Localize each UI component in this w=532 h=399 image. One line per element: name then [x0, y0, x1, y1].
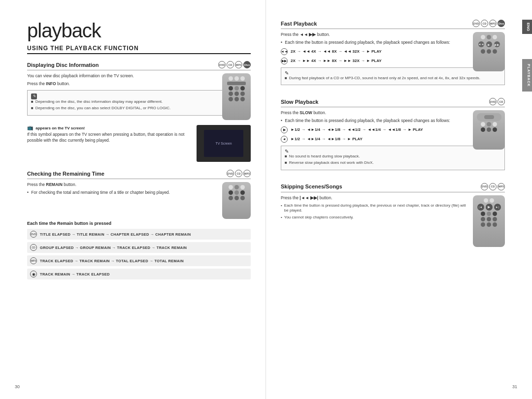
speed-row-1: ◄◄ 2X → ◄◄ 4X → ◄◄ 8X → ◄◄ 32X → ► PLAY — [281, 48, 469, 55]
sk-press-text: Press the |◄◄ ▶▶| button. — [281, 195, 505, 201]
flow-icon-mp3: MP3 — [30, 257, 37, 264]
remote-btn-2 — [234, 76, 239, 81]
sk-rb9 — [481, 222, 485, 227]
sl-a7: → — [301, 137, 305, 141]
sp-cd-icon: CD — [498, 98, 505, 105]
sl-a4: → — [362, 127, 366, 132]
cd-icon: CD — [227, 61, 234, 68]
slow-playback-icons: DVD CD — [489, 98, 505, 105]
a5: → — [297, 59, 301, 63]
rb7 — [229, 196, 233, 200]
rb6 — [240, 190, 245, 195]
fp-remote-row1 — [481, 35, 497, 39]
press-remain-text: Press the REMAIN button. — [27, 182, 251, 188]
fp-warning-item: ■ During fast playback of a CD or MP3-CD… — [285, 76, 501, 81]
sp-remote-row1 — [481, 122, 497, 126]
slow-playback-content: Press the SLOW button. • Each time the b… — [281, 110, 505, 173]
sk-rb2 — [490, 198, 494, 203]
sk-symbol: |◄◄ ▶▶| — [299, 195, 318, 200]
remote-btn-10 — [229, 97, 233, 101]
remote2-top — [229, 185, 245, 189]
skipping-scenes-header: Skipping Scenes/Songs DVD CD MP3 — [281, 183, 505, 192]
flow-row-3: MP3 TRACK ELAPSED → TRACK REMAIN → TOTAL… — [27, 255, 251, 266]
fp-rb2 — [487, 35, 491, 39]
sp-w-bullet-1: ■ — [285, 154, 287, 159]
slow-chain-2: ►1/2 → ◄►1/4 → ◄►1/8 → ► PLAY — [291, 137, 363, 141]
sk-remote-row5 — [481, 222, 497, 227]
sk-play-btn: ▶ — [486, 204, 493, 211]
sp-warning-box: ✎ ■ No sound is heard during slow playba… — [281, 146, 505, 170]
fp-rb5 — [487, 49, 491, 54]
note-item-1: ■ Depending on the disc, the disc inform… — [31, 99, 218, 104]
sl-a5: → — [382, 127, 386, 132]
remote-image-display — [222, 73, 251, 120]
remote-btn-12 — [240, 97, 245, 101]
fp-mp3-icon: MP3 — [489, 20, 497, 27]
sl-a1: → — [301, 127, 305, 132]
body1-text: You can view disc playback information o… — [27, 73, 134, 78]
slow-chain-1: ►1/2 → ◄►1/4 → ◄►1/8 → ◄◄1/2 → ◄◄1/4 → ◄… — [291, 127, 423, 132]
sk-b2: • — [281, 215, 282, 220]
eng-label: ENG — [526, 23, 531, 31]
fp-warning-bullet: ■ — [285, 76, 287, 81]
bullet-1: ■ — [31, 99, 33, 104]
tv-screen-mock: TV Screen — [197, 125, 251, 162]
displaying-disc-content: You can view disc playback information o… — [27, 73, 251, 122]
a1: → — [297, 49, 301, 54]
speed-chain-1: 2X → ◄◄ 4X → ◄◄ 8X → ◄◄ 32X → ► PLAY — [291, 49, 382, 54]
remote-btn-1 — [229, 76, 233, 81]
tv-icon-symbol: 📺 — [27, 125, 33, 130]
note-icon: ✎ — [31, 93, 37, 99]
sk-mp3-icon: MP3 — [498, 183, 505, 190]
flow-icon-dvd: DVD — [30, 231, 37, 238]
sp-remote-lens — [484, 115, 494, 119]
flow-text-4: TRACK REMAIN → TRACK ELAPSED — [40, 272, 110, 276]
sp-warn-text-1: No sound is heard during slow playback. — [289, 154, 360, 159]
slow-speed-row-1: ▶ ►1/2 → ◄►1/4 → ◄►1/8 → ◄◄1/2 → ◄◄1/4 →… — [281, 126, 469, 133]
flow-row-2: CD GROUP ELAPSED → GROUP REMAIN → TRACK … — [27, 242, 251, 253]
slow-playback-title: Slow Playback — [281, 99, 318, 105]
rb3 — [240, 185, 245, 189]
a2: → — [318, 49, 322, 54]
sk-remote: |◄ ▶ ►| — [473, 195, 505, 247]
mp3-icon: MP3 — [235, 61, 242, 68]
remote-top-row — [229, 76, 245, 81]
s10: ► PLAY — [366, 59, 382, 63]
fp-rb3 — [493, 35, 497, 39]
remote-btn-6 — [240, 86, 245, 91]
checking-remaining-title: Checking the Remaining Time — [27, 171, 104, 177]
a4: → — [361, 49, 365, 54]
sp-press-text: Press the SLOW button. — [281, 110, 505, 116]
fp-bullet: • Each time the button is pressed during… — [281, 40, 505, 46]
sl5: ◄◄1/4 — [367, 127, 381, 132]
bullet-2: ■ — [31, 106, 33, 111]
slow-speed-row-2: ◄ ►1/2 → ◄►1/4 → ◄►1/8 → ► PLAY — [281, 136, 469, 143]
page-title: playback USING THE PLAYBACK FUNCTION — [27, 20, 251, 54]
flow-icon-disc: ◉ — [30, 271, 37, 277]
remote-btn-7 — [229, 92, 233, 96]
sk-bullet-text-1: Each time the button is pressed during p… — [284, 203, 469, 214]
s5: ► PLAY — [366, 49, 382, 54]
remote-strip — [227, 82, 246, 85]
sl3: ◄►1/8 — [327, 127, 340, 132]
remote-image-remain — [222, 182, 251, 219]
sp-warn-text-2: Reverse slow playback does not work with… — [289, 160, 374, 165]
fp-rb1 — [481, 35, 485, 39]
skipping-content: |◄ ▶ ►| — [281, 195, 505, 249]
sl4: ◄◄1/2 — [347, 127, 361, 132]
remote-btn-8 — [234, 92, 239, 96]
fp-rb4 — [481, 49, 485, 54]
remote-device-2 — [222, 182, 251, 219]
fp-warning-box: ✎ ■ During fast playback of a CD or MP3-… — [281, 67, 505, 85]
eng-tab: ENG — [522, 20, 532, 34]
fp-rewind-btn: ◄◄ — [478, 41, 484, 47]
sk-remote-wrap: |◄ ▶ ►| — [473, 195, 505, 247]
remain-bold: REMAIN — [46, 182, 63, 187]
page-number-left: 30 — [15, 384, 20, 389]
sp-w-bullet-2: ■ — [285, 160, 287, 165]
sl10: ◄►1/8 — [327, 137, 340, 141]
page-container: playback USING THE PLAYBACK FUNCTION Dis… — [0, 0, 532, 399]
fp-dvd-icon: DVD — [472, 20, 480, 27]
fp-note-icon: ✎ — [285, 70, 289, 76]
remote-btn-5 — [234, 86, 239, 91]
